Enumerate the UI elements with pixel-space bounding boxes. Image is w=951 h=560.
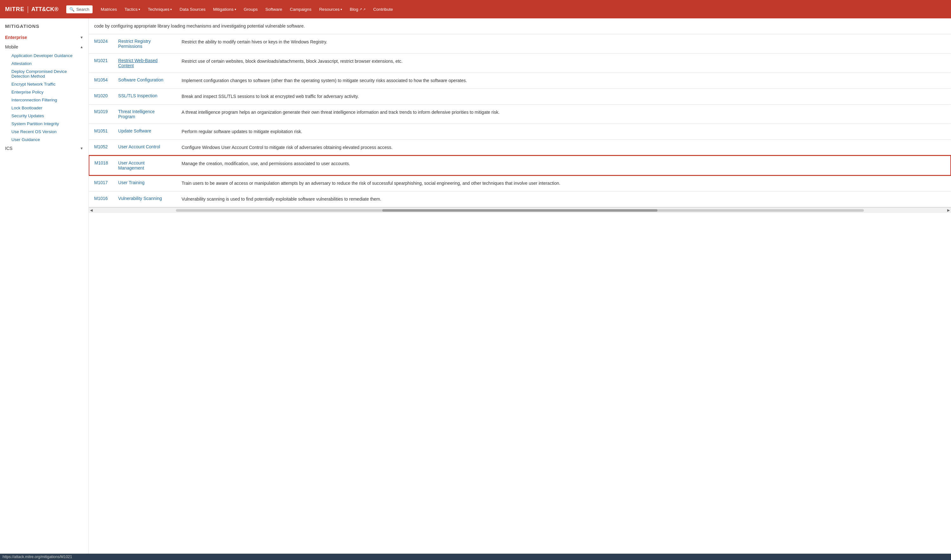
sidebar-item-interconnection-filtering[interactable]: Interconnection Filtering [6, 96, 88, 104]
nav-item-data-sources[interactable]: Data Sources [176, 5, 209, 14]
sidebar-item-lock-bootloader[interactable]: Lock Bootloader [6, 104, 88, 112]
nav-item-techniques[interactable]: Techniques▾ [145, 5, 175, 14]
mitigation-link[interactable]: Vulnerability Scanning [118, 196, 162, 201]
horizontal-scrollbar[interactable]: ◀ ▶ [89, 207, 951, 213]
page-wrapper: MITIGATIONS Enterprise▼Mobile▲Applicatio… [0, 18, 951, 560]
scrollbar-track[interactable] [176, 209, 864, 212]
sidebar-item-user-guidance[interactable]: User Guidance [6, 135, 88, 143]
mitigation-link[interactable]: Threat Intelligence Program [118, 109, 155, 119]
external-link-icon: ↗ [359, 7, 362, 11]
mitigation-name[interactable]: Threat Intelligence Program [113, 105, 177, 124]
table-row: M1021Restrict Web-Based ContentRestrict … [89, 54, 951, 73]
table-row: M1054Software ConfigurationImplement con… [89, 73, 951, 89]
mitigation-id: M1016 [89, 191, 113, 207]
table-row: M1024Restrict Registry PermissionsRestri… [89, 34, 951, 54]
sidebar-item-attestation[interactable]: Attestation [6, 60, 88, 68]
mitigation-name[interactable]: User Account Control [113, 140, 177, 156]
mitigation-description: Restrict the ability to modify certain h… [177, 34, 951, 54]
mitigation-description: Break and inspect SSL/TLS sessions to lo… [177, 89, 951, 105]
mitigation-id: M1021 [89, 54, 113, 73]
chevron-icon: ▼ [80, 146, 83, 150]
sidebar-item-system-partition-integrity[interactable]: System Partition Integrity [6, 120, 88, 128]
mitigation-description: Implement configuration changes to softw… [177, 73, 951, 89]
sidebar-item-enterprise-policy[interactable]: Enterprise Policy [6, 88, 88, 96]
mitigation-link[interactable]: Restrict Web-Based Content [118, 58, 157, 68]
sidebar-item-deploy-compromised-device-detection-method[interactable]: Deploy Compromised Device Detection Meth… [6, 68, 88, 80]
mitigation-id: M1020 [89, 89, 113, 105]
table-row: M1018User Account ManagementManage the c… [89, 155, 951, 175]
mitigation-name[interactable]: User Training [113, 175, 177, 191]
logo-attack: ATT&CK® [31, 6, 58, 13]
mitigation-name[interactable]: Software Configuration [113, 73, 177, 89]
sidebar-section-ics[interactable]: ICS▼ [0, 143, 88, 153]
table-row: M1016Vulnerability ScanningVulnerability… [89, 191, 951, 207]
mitigation-id: M1054 [89, 73, 113, 89]
table-row: M1017User TrainingTrain users to be awar… [89, 175, 951, 191]
nav-item-resources[interactable]: Resources▾ [316, 5, 346, 14]
scrollbar-thumb[interactable] [382, 209, 657, 212]
mitigation-link[interactable]: Update Software [118, 128, 151, 134]
table-row: M1019Threat Intelligence ProgramA threat… [89, 105, 951, 124]
status-url: https://attack.mitre.org/mitigations/M10… [3, 555, 72, 559]
nav-item-tactics[interactable]: Tactics▾ [122, 5, 143, 14]
sidebar-item-security-updates[interactable]: Security Updates [6, 112, 88, 120]
search-button[interactable]: 🔍 Search [66, 5, 92, 13]
logo[interactable]: MITRE | ATT&CK® [5, 5, 58, 13]
sidebar-section-label: Enterprise [5, 35, 27, 40]
sidebar-title: MITIGATIONS [0, 23, 88, 33]
mitigation-link[interactable]: Software Configuration [118, 77, 163, 82]
nav-item-campaigns[interactable]: Campaigns [286, 5, 314, 14]
mitigation-description: Vulnerability scanning is used to find p… [177, 191, 951, 207]
sidebar-item-use-recent-os-version[interactable]: Use Recent OS Version [6, 128, 88, 135]
logo-separator: | [27, 5, 29, 13]
mitigation-id: M1051 [89, 124, 113, 140]
search-icon: 🔍 [69, 7, 74, 12]
search-label: Search [76, 7, 89, 12]
mitigation-name[interactable]: Update Software [113, 124, 177, 140]
mitigation-name[interactable]: Restrict Registry Permissions [113, 34, 177, 54]
nav-item-matrices[interactable]: Matrices [98, 5, 120, 14]
mitigation-description: Restrict use of certain websites, block … [177, 54, 951, 73]
mitigation-name[interactable]: Restrict Web-Based Content [113, 54, 177, 73]
mitigation-description: Train users to be aware of access or man… [177, 175, 951, 191]
mitigation-description: Perform regular software updates to miti… [177, 124, 951, 140]
scroll-left-arrow[interactable]: ◀ [90, 208, 92, 212]
mitigation-link[interactable]: User Account Control [118, 144, 160, 149]
scroll-right-arrow[interactable]: ▶ [947, 208, 950, 212]
nav-item-mitigations[interactable]: Mitigations▾ [210, 5, 239, 14]
sidebar-section-enterprise[interactable]: Enterprise▼ [0, 33, 88, 42]
sidebar-sections: Enterprise▼Mobile▲Application Developer … [0, 33, 88, 153]
nav-item-contribute[interactable]: Contribute [370, 5, 396, 14]
chevron-icon: ▼ [80, 35, 83, 39]
table-row: M1020SSL/TLS InspectionBreak and inspect… [89, 89, 951, 105]
sidebar: MITIGATIONS Enterprise▼Mobile▲Applicatio… [0, 18, 89, 560]
chevron-down-icon: ▾ [340, 8, 342, 11]
mitigation-id: M1052 [89, 140, 113, 156]
table-row: code by configuring appropriate library … [89, 18, 951, 34]
mitigation-id: M1017 [89, 175, 113, 191]
sidebar-item-application-developer-guidance[interactable]: Application Developer Guidance [6, 52, 88, 60]
nav-item-blog[interactable]: Blog ↗ [346, 5, 369, 14]
mitigation-link[interactable]: User Training [118, 180, 145, 185]
nav-item-software[interactable]: Software [262, 5, 285, 14]
mitigation-name[interactable]: User Account Management [113, 155, 177, 175]
mitigation-link[interactable]: Restrict Registry Permissions [118, 38, 151, 49]
chevron-down-icon: ▾ [138, 8, 140, 11]
mitigations-table: code by configuring appropriate library … [89, 18, 951, 207]
mitigation-description: Manage the creation, modification, use, … [177, 155, 951, 175]
mitigation-name[interactable]: Vulnerability Scanning [113, 191, 177, 207]
mitigation-name[interactable]: SSL/TLS Inspection [113, 89, 177, 105]
sidebar-item-encrypt-network-traffic[interactable]: Encrypt Network Traffic [6, 80, 88, 88]
mitigation-id: M1019 [89, 105, 113, 124]
logo-mitre: MITRE [5, 6, 25, 13]
nav-items: MatricesTactics▾Techniques▾Data SourcesM… [98, 5, 396, 14]
sidebar-subitems-mobile: Application Developer GuidanceAttestatio… [0, 52, 88, 143]
main-nav: MITRE | ATT&CK® 🔍 Search MatricesTactics… [0, 0, 951, 18]
mitigation-link[interactable]: SSL/TLS Inspection [118, 93, 157, 98]
mitigation-description: A threat intelligence program helps an o… [177, 105, 951, 124]
sidebar-section-mobile[interactable]: Mobile▲ [0, 42, 88, 52]
sidebar-section-label: Mobile [5, 45, 18, 49]
mitigation-link[interactable]: User Account Management [118, 160, 145, 171]
nav-item-groups[interactable]: Groups [241, 5, 261, 14]
mitigation-id: M1018 [89, 155, 113, 175]
